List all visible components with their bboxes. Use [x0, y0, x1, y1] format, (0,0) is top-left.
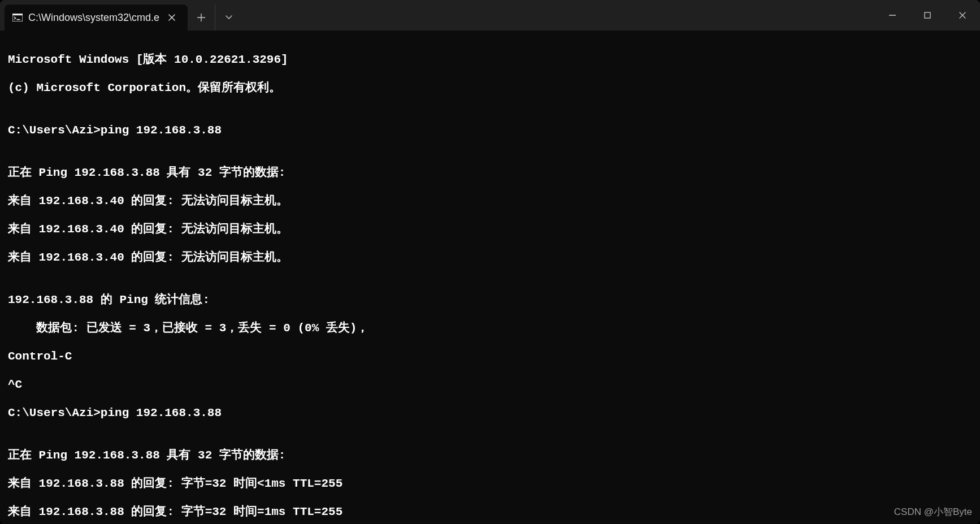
out-line: 来自 192.168.3.88 的回复: 字节=32 时间=1ms TTL=25… — [8, 505, 972, 519]
out-line: 192.168.3.88 的 Ping 统计信息: — [8, 293, 972, 307]
maximize-icon — [923, 11, 931, 19]
out-line: Control-C — [8, 349, 972, 363]
out-line: 数据包: 已发送 = 3，已接收 = 3，丢失 = 0 (0% 丢失)， — [8, 321, 972, 335]
chevron-down-icon — [226, 15, 232, 20]
svg-rect-4 — [925, 12, 930, 18]
new-tab-button[interactable] — [188, 5, 215, 31]
out-line: C:\Users\Azi>ping 192.168.3.88 — [8, 406, 972, 420]
plus-icon — [197, 14, 205, 21]
out-line: 来自 192.168.3.40 的回复: 无法访问目标主机。 — [8, 250, 972, 265]
minimize-button[interactable] — [875, 0, 910, 31]
tab-close-button[interactable] — [164, 10, 180, 25]
out-line: ^C — [8, 378, 972, 392]
minimize-icon — [888, 11, 896, 19]
titlebar-drag-region[interactable] — [242, 0, 875, 31]
svg-rect-1 — [12, 14, 23, 15]
watermark: CSDN @小智Byte — [894, 505, 972, 518]
out-line: 来自 192.168.3.88 的回复: 字节=32 时间<1ms TTL=25… — [8, 477, 972, 491]
close-icon — [168, 14, 175, 21]
tab-title: C:\Windows\system32\cmd.e — [28, 12, 159, 24]
close-window-button[interactable] — [945, 0, 980, 31]
out-line: Microsoft Windows [版本 10.0.22621.3296] — [8, 53, 972, 67]
out-line: 来自 192.168.3.40 的回复: 无法访问目标主机。 — [8, 194, 972, 208]
out-line: 正在 Ping 192.168.3.88 具有 32 字节的数据: — [8, 448, 972, 462]
maximize-button[interactable] — [910, 0, 945, 31]
cmd-icon — [12, 14, 23, 21]
close-icon — [959, 11, 966, 19]
terminal-output[interactable]: Microsoft Windows [版本 10.0.22621.3296] (… — [0, 31, 980, 524]
out-line: C:\Users\Azi>ping 192.168.3.88 — [8, 123, 972, 137]
terminal-window: C:\Windows\system32\cmd.e — [0, 0, 980, 524]
window-controls — [875, 0, 980, 31]
tab-dropdown-button[interactable] — [215, 5, 242, 31]
titlebar: C:\Windows\system32\cmd.e — [0, 0, 980, 31]
tab-active[interactable]: C:\Windows\system32\cmd.e — [5, 5, 188, 31]
out-line: (c) Microsoft Corporation。保留所有权利。 — [8, 81, 972, 95]
out-line: 正在 Ping 192.168.3.88 具有 32 字节的数据: — [8, 166, 972, 180]
out-line: 来自 192.168.3.40 的回复: 无法访问目标主机。 — [8, 222, 972, 236]
